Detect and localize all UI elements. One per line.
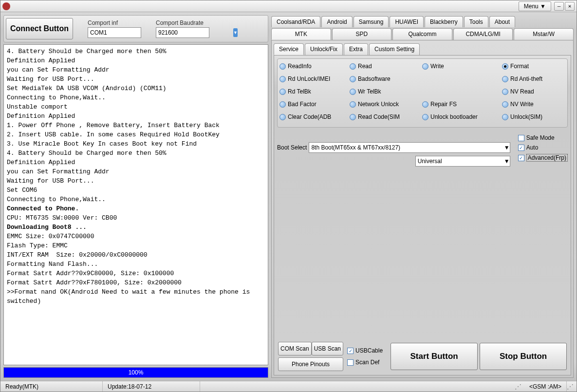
tab-extra[interactable]: Extra: [344, 43, 368, 55]
menu-button[interactable]: Menu ▼: [519, 1, 551, 11]
radio-label: Network Unlock: [358, 101, 399, 108]
advanced-frp-check[interactable]: Advanced(Frp): [518, 154, 568, 162]
progress-bar: 100%: [3, 367, 268, 378]
radio-icon: [279, 76, 286, 82]
radio-read[interactable]: Read: [350, 63, 420, 70]
radio-badsoftware[interactable]: Badsoftware: [350, 75, 420, 82]
stop-button[interactable]: Stop Button: [480, 343, 567, 370]
comport-combo[interactable]: ▼: [88, 27, 141, 38]
auto-check[interactable]: Auto: [518, 144, 568, 151]
tab-blackberry[interactable]: Blackberry: [425, 16, 463, 27]
boot-select-label: Boot Select: [277, 144, 307, 151]
tab-unlock-fix[interactable]: Unlock/Fix: [305, 43, 343, 55]
baud-input[interactable]: [156, 29, 233, 36]
tab-huawei[interactable]: HUAWEI: [390, 16, 424, 27]
radio-repair-fs[interactable]: Repair FS: [422, 101, 500, 108]
radio-rd-unlock-imei[interactable]: Rd UnLock/IMEI: [279, 75, 348, 82]
minimize-button[interactable]: —: [554, 2, 564, 11]
tab-android[interactable]: Android: [321, 16, 352, 27]
boot-mode-combo[interactable]: Universal ▼: [415, 156, 510, 167]
tab-service[interactable]: Service: [274, 43, 304, 55]
radio-rd-anti-theft[interactable]: Rd Anti-theft: [502, 75, 565, 82]
radio-label: Read Code(SIM: [358, 113, 400, 120]
radio-readinfo[interactable]: ReadInfo: [279, 63, 348, 70]
baud-combo[interactable]: ▼: [156, 27, 209, 38]
connect-button[interactable]: Connect Button: [6, 18, 73, 39]
tab-spd[interactable]: SPD: [332, 28, 392, 40]
radio-write[interactable]: Write: [422, 63, 500, 70]
radio-icon: [502, 89, 508, 95]
baud-label: Comport Baudrate: [156, 19, 209, 26]
radio-icon: [350, 89, 356, 95]
tab-mtk[interactable]: MTK: [271, 28, 331, 40]
safe-mode-check[interactable]: Safe Mode: [518, 134, 568, 141]
checkbox-icon: [347, 359, 354, 366]
radio-grid: ReadInfoReadWriteFormatRd UnLock/IMEIBad…: [277, 58, 568, 128]
radio-label: Rd TelBk: [288, 88, 311, 95]
tab-about[interactable]: About: [489, 16, 515, 27]
checkbox-icon: [518, 155, 524, 161]
radio-read-code-sim[interactable]: Read Code(SIM: [350, 113, 420, 120]
app-icon: [2, 2, 10, 10]
radio-icon: [279, 89, 286, 95]
radio-wr-telbk[interactable]: Wr TelBk: [350, 88, 420, 95]
radio-label: Unlock bootloader: [430, 113, 478, 120]
radio-unlock-bootloader[interactable]: Unlock bootloader: [422, 113, 500, 120]
chevron-down-icon[interactable]: ▼: [504, 158, 510, 165]
boot-area: Boot Select 8th Boot(MT65xx & MT67xx/812…: [277, 134, 568, 167]
right-panel: Coolsand/RDAAndroidSamsungHUAWEIBlackber…: [271, 15, 574, 378]
radio-icon: [422, 101, 428, 108]
top-controls: Connect Button Comport inf ▼ Comport Bau…: [3, 15, 268, 42]
scan-def-check[interactable]: Scan Def: [347, 359, 383, 366]
radio-label: Repair FS: [430, 101, 457, 108]
boot-select-combo[interactable]: 8th Boot(MT65xx & MT67xx/8127) ▼: [309, 142, 510, 153]
tab-row-sub: ServiceUnlock/FixExtraCustom Setting: [274, 43, 571, 55]
tab-coolsand-rda[interactable]: Coolsand/RDA: [271, 16, 320, 27]
radio-icon: [279, 114, 286, 120]
close-button[interactable]: ✕: [565, 2, 575, 11]
tab-qualcomm[interactable]: Qualcomm: [392, 28, 452, 40]
radio-clear-code-adb[interactable]: Clear Code(ADB: [279, 113, 348, 120]
baud-group: Comport Baudrate ▼: [156, 19, 209, 38]
log-output[interactable]: 4. Battery Should be Charged more then 5…: [3, 44, 268, 365]
radio-icon: [279, 101, 286, 108]
usb-scan-button[interactable]: USB Scan: [312, 342, 343, 355]
tab-samsung[interactable]: Samsung: [354, 16, 389, 27]
radio-icon: [350, 63, 356, 70]
chevron-down-icon[interactable]: ▼: [233, 28, 238, 37]
comport-input[interactable]: [88, 29, 165, 36]
radio-label: Rd Anti-theft: [510, 75, 542, 82]
tab-mstar-w[interactable]: Mstar/W: [514, 28, 574, 40]
radio-bad-factor[interactable]: Bad Factor: [279, 101, 348, 108]
radio-rd-telbk[interactable]: Rd TelBk: [279, 88, 348, 95]
usb-cable-check[interactable]: USBCable: [347, 347, 383, 354]
tab-tools[interactable]: Tools: [464, 16, 488, 27]
radio-icon: [350, 76, 356, 82]
tab-custom-setting[interactable]: Custom Setting: [369, 43, 420, 55]
boot-select-value: 8th Boot(MT65xx & MT67xx/8127): [309, 144, 503, 151]
radio-label: NV Read: [510, 88, 534, 95]
auto-label: Auto: [526, 144, 539, 151]
tab-row-top: Coolsand/RDAAndroidSamsungHUAWEIBlackber…: [271, 16, 574, 27]
radio-network-unlock[interactable]: Network Unlock: [350, 101, 420, 108]
radio-unlock-sim-[interactable]: Unlock(SIM): [502, 113, 565, 120]
grip-icon: ⋰: [515, 383, 524, 391]
start-button[interactable]: Start Button: [391, 343, 478, 370]
boot-check-column: Safe Mode Auto Advanced(Frp): [518, 134, 568, 167]
scan-def-label: Scan Def: [355, 359, 379, 366]
checkbox-icon: [347, 348, 354, 354]
radio-format[interactable]: Format: [502, 63, 565, 70]
radio-icon: [422, 63, 428, 70]
phone-pinouts-button[interactable]: Phone Pinouts: [278, 357, 343, 371]
chevron-down-icon[interactable]: ▼: [504, 144, 510, 151]
radio-nv-read[interactable]: NV Read: [502, 88, 565, 95]
grip-icon: ⋰: [567, 383, 577, 391]
comport-label: Comport inf: [88, 19, 141, 26]
com-scan-button[interactable]: COM Scan: [278, 342, 312, 355]
radio-label: Wr TelBk: [358, 88, 381, 95]
radio-label: Bad Factor: [288, 101, 316, 108]
left-panel: Connect Button Comport inf ▼ Comport Bau…: [3, 15, 268, 378]
radio-nv-write[interactable]: NV Write: [502, 101, 565, 108]
tab-cdma-lg-mi[interactable]: CDMA/LG/MI: [453, 28, 513, 40]
radio-label: Format: [510, 63, 529, 70]
